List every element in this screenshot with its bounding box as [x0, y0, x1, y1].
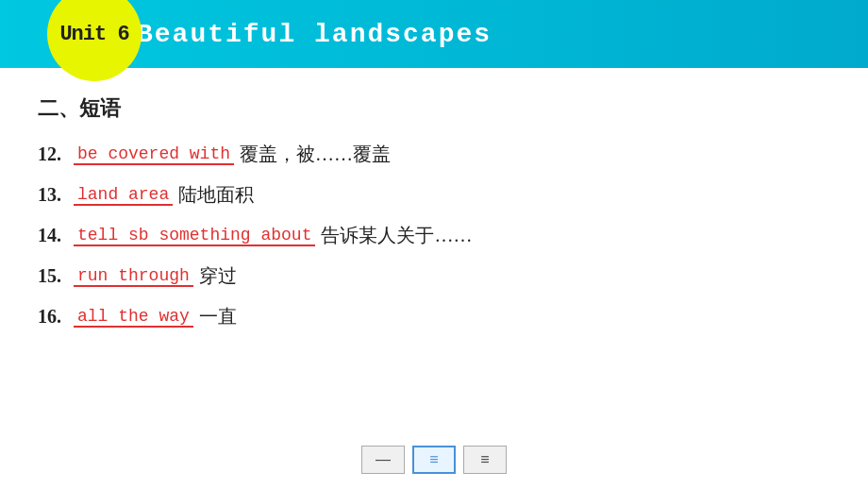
list-item: 16. all the way 一直	[38, 304, 830, 329]
main-content: 二、短语 12. be covered with 覆盖，被……覆盖 13. la…	[0, 68, 868, 363]
phrase-english-13: land area	[74, 185, 173, 206]
section-title: 二、短语	[38, 94, 830, 123]
phrase-num-12: 12.	[38, 143, 74, 165]
nav-btn-2[interactable]: ≡	[412, 446, 456, 474]
phrase-num-15: 15.	[38, 265, 74, 287]
page-header: Unit 6 Beautiful landscapes	[0, 0, 868, 68]
phrase-num-16: 16.	[38, 306, 74, 328]
nav-btn-1[interactable]: —	[361, 446, 405, 474]
phrase-english-15: run through	[74, 266, 193, 287]
header-title: Beautiful landscapes	[137, 20, 492, 49]
list-item: 15. run through 穿过	[38, 263, 830, 289]
phrase-chinese-15: 穿过	[199, 263, 237, 289]
phrase-english-16: all the way	[74, 307, 193, 328]
list-item: 13. land area 陆地面积	[38, 182, 830, 208]
nav-btn-3[interactable]: ≡	[463, 446, 507, 474]
phrase-chinese-13: 陆地面积	[178, 182, 254, 208]
phrase-english-12: be covered with	[74, 144, 234, 165]
phrase-num-14: 14.	[38, 225, 74, 246]
phrase-chinese-12: 覆盖，被……覆盖	[240, 142, 391, 167]
bottom-nav: — ≡ ≡	[361, 446, 507, 474]
list-item: 14. tell sb something about 告诉某人关于……	[38, 223, 830, 248]
phrase-chinese-16: 一直	[199, 304, 237, 329]
list-item: 12. be covered with 覆盖，被……覆盖	[38, 142, 830, 167]
phrase-english-14: tell sb something about	[74, 226, 315, 246]
phrase-num-13: 13.	[38, 184, 74, 206]
phrase-list: 12. be covered with 覆盖，被……覆盖 13. land ar…	[38, 142, 830, 329]
phrase-chinese-14: 告诉某人关于……	[321, 223, 472, 248]
unit-badge-text: Unit 6	[59, 23, 128, 46]
